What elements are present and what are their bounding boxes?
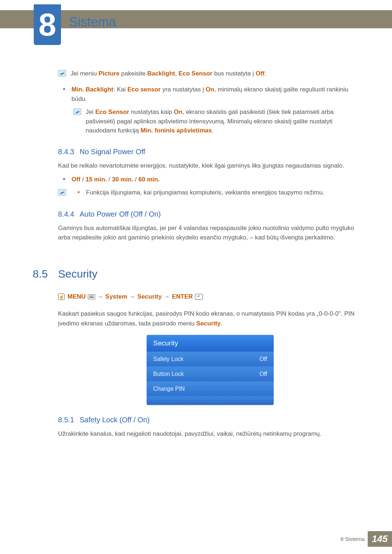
enter-icon bbox=[195, 294, 203, 300]
body-paragraph: Kad be reikalo nevartotumėte energijos, … bbox=[58, 161, 362, 171]
page-number: 145 bbox=[368, 531, 392, 547]
subsection-heading: 8.4.3 No Signal Power Off bbox=[58, 148, 362, 156]
subsection-title: No Signal Power Off bbox=[79, 148, 145, 156]
subsection-number: 8.4.4 bbox=[58, 210, 74, 218]
page-content: Jei meniu Picture pakeisite Backlight, E… bbox=[58, 69, 362, 443]
note-row: Jei Eco Sensor nustatytas kaip On, ekran… bbox=[73, 107, 362, 135]
panel-row-label: Safety Lock bbox=[153, 356, 184, 362]
subsection-title: Auto Power Off (Off / On) bbox=[79, 210, 161, 218]
options-text: Off / 15 min. / 30 min. / 60 min. bbox=[72, 175, 362, 184]
note-text: Jei Eco Sensor nustatytas kaip On, ekran… bbox=[86, 107, 362, 135]
arrow-icon: → bbox=[164, 294, 170, 300]
section-heading: 8.5 Security bbox=[58, 268, 362, 280]
panel-row-value: Off bbox=[260, 356, 267, 362]
panel-row-label: Change PIN bbox=[153, 386, 185, 392]
chapter-title: Sistema bbox=[69, 15, 116, 30]
note-icon bbox=[58, 189, 66, 196]
subsection-title: Safety Lock (Off / On) bbox=[79, 416, 150, 424]
enter-label: ENTER bbox=[172, 293, 193, 300]
section-title: Security bbox=[58, 268, 97, 280]
note-text: Jei meniu Picture pakeisite Backlight, E… bbox=[70, 69, 362, 78]
note-icon bbox=[58, 70, 66, 77]
hand-icon: ☝ bbox=[58, 294, 65, 300]
subsection-heading: 8.5.1 Safety Lock (Off / On) bbox=[58, 416, 362, 424]
panel-row-button-lock[interactable]: Button Lock Off bbox=[147, 366, 274, 381]
bullet-row: Off / 15 min. / 30 min. / 60 min. bbox=[58, 175, 362, 184]
path-item: Security bbox=[138, 293, 162, 300]
bullet-icon bbox=[63, 178, 65, 180]
panel-header: Security bbox=[147, 335, 274, 352]
panel-row-change-pin[interactable]: Change PIN bbox=[147, 381, 274, 396]
subsection-heading: 8.4.4 Auto Power Off (Off / On) bbox=[58, 210, 362, 218]
menu-path: ☝ MENU → System → Security → ENTER bbox=[58, 293, 362, 300]
arrow-icon: → bbox=[97, 294, 103, 300]
note-row: Jei meniu Picture pakeisite Backlight, E… bbox=[58, 69, 362, 78]
bullet-text: Min. Backlight: Kai Eco sensor yra nusta… bbox=[72, 85, 362, 104]
security-panel: Security Safety Lock Off Button Lock Off… bbox=[147, 335, 274, 405]
body-paragraph: Kaskart pasiekus saugos funkcijas, pasir… bbox=[58, 309, 362, 328]
panel-row-safety-lock[interactable]: Safety Lock Off bbox=[147, 352, 274, 366]
bullet-icon bbox=[78, 191, 79, 193]
menu-label: MENU bbox=[68, 293, 86, 300]
note-icon bbox=[73, 108, 81, 115]
bullet-row: Min. Backlight: Kai Eco sensor yra nusta… bbox=[58, 85, 362, 104]
path-item: System bbox=[105, 293, 127, 300]
subsection-number: 8.5.1 bbox=[58, 416, 74, 424]
section-number: 8.5 bbox=[33, 268, 58, 280]
arrow-icon: → bbox=[130, 294, 135, 300]
chapter-number: 8 bbox=[38, 9, 56, 41]
panel-row-value: Off bbox=[260, 371, 267, 377]
page-footer: 8 Sistema 145 bbox=[340, 531, 392, 547]
note-row: Funkcija išjungiama, kai prijungiamas ko… bbox=[58, 188, 362, 197]
panel-footer bbox=[147, 396, 274, 405]
body-paragraph: Gaminys bus automatiškai išjungtas, jei … bbox=[58, 223, 362, 243]
bullet-icon bbox=[63, 88, 65, 90]
menu-icon bbox=[88, 294, 95, 299]
panel-row-label: Button Lock bbox=[153, 371, 184, 377]
body-paragraph: Užrakinkite kanalus, kad neįgalioti naud… bbox=[58, 429, 362, 439]
note-text: Funkcija išjungiama, kai prijungiamas ko… bbox=[86, 188, 362, 197]
subsection-number: 8.4.3 bbox=[58, 148, 74, 156]
chapter-badge: 8 bbox=[34, 4, 61, 45]
footer-text: 8 Sistema bbox=[340, 536, 365, 542]
